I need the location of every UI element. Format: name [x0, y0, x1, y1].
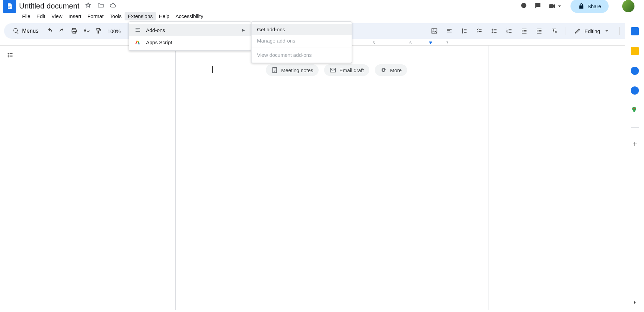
menu-divider	[252, 48, 352, 48]
outline-toggle-icon[interactable]	[7, 52, 14, 310]
chip-label: Meeting notes	[281, 67, 313, 73]
ruler-tick: 6	[409, 41, 412, 45]
svg-rect-37	[10, 53, 12, 54]
text-cursor	[212, 66, 213, 73]
svg-rect-12	[447, 30, 450, 31]
calendar-app-icon[interactable]	[631, 27, 639, 35]
editing-mode-button[interactable]: Editing	[571, 26, 614, 36]
svg-rect-2	[9, 7, 10, 8]
contacts-app-icon[interactable]	[631, 86, 639, 95]
checklist-button[interactable]	[474, 26, 485, 36]
svg-rect-9	[432, 29, 437, 33]
chip-meeting-notes[interactable]: Meeting notes	[266, 64, 319, 76]
move-icon[interactable]	[97, 4, 104, 10]
menu-item-label: Get add-ons	[257, 27, 285, 32]
hide-side-panel-icon[interactable]	[631, 299, 638, 307]
separator	[619, 27, 619, 35]
submenu-view-document-addons: View document add-ons	[252, 49, 352, 61]
svg-rect-45	[135, 30, 138, 30]
svg-rect-17	[494, 29, 496, 30]
ruler-tick: 5	[373, 41, 375, 45]
numbered-list-button[interactable]: 123	[504, 26, 515, 36]
extensions-dropdown: Add-ons ▶ Apps Script	[129, 21, 251, 51]
svg-rect-46	[135, 31, 140, 32]
print-button[interactable]	[69, 26, 80, 36]
svg-rect-28	[524, 32, 526, 32]
separator	[565, 27, 565, 35]
addons-submenu: Get add-ons Manage add-ons View document…	[251, 21, 352, 63]
svg-rect-26	[522, 29, 526, 29]
docs-app-icon[interactable]	[3, 0, 16, 13]
document-page[interactable]: Meeting notes Email draft More	[175, 46, 488, 310]
undo-button[interactable]	[44, 26, 55, 36]
editing-mode-label: Editing	[584, 28, 600, 34]
insert-image-button[interactable]	[429, 26, 440, 36]
tasks-app-icon[interactable]	[631, 67, 639, 75]
svg-rect-29	[522, 33, 526, 34]
svg-point-36	[8, 56, 9, 57]
menu-file[interactable]: File	[19, 12, 33, 20]
clear-formatting-button[interactable]	[549, 26, 560, 36]
menu-accessibility[interactable]: Accessibility	[173, 12, 207, 20]
cloud-status-icon[interactable]	[110, 4, 116, 10]
svg-rect-11	[447, 29, 451, 30]
history-icon[interactable]	[520, 2, 527, 10]
menu-item-addons[interactable]: Add-ons ▶	[129, 24, 251, 36]
get-addons-icon[interactable]	[631, 141, 638, 149]
keep-app-icon[interactable]	[631, 47, 639, 55]
paint-format-button[interactable]	[93, 26, 104, 36]
menu-help[interactable]: Help	[156, 12, 173, 20]
menu-format[interactable]: Format	[84, 12, 107, 20]
svg-rect-18	[494, 31, 496, 31]
zoom-select[interactable]: 100%	[106, 28, 123, 34]
spellcheck-button[interactable]	[81, 26, 92, 36]
redo-button[interactable]	[57, 26, 67, 36]
chip-label: More	[390, 67, 402, 73]
svg-rect-24	[509, 31, 511, 31]
svg-point-43	[633, 108, 634, 109]
svg-rect-0	[9, 6, 11, 6]
maps-app-icon[interactable]	[631, 106, 639, 114]
chip-label: Email draft	[339, 67, 364, 73]
share-button[interactable]: Share	[570, 0, 609, 13]
chip-more[interactable]: More	[375, 64, 407, 76]
svg-rect-31	[538, 30, 541, 31]
meet-icon[interactable]	[549, 3, 563, 10]
account-avatar[interactable]	[622, 0, 634, 12]
svg-rect-30	[537, 29, 541, 29]
document-title[interactable]: Untitled document	[19, 2, 79, 11]
line-spacing-button[interactable]	[459, 26, 470, 36]
right-indent-marker[interactable]	[429, 42, 432, 44]
menu-edit[interactable]: Edit	[33, 12, 48, 20]
svg-rect-23	[509, 29, 511, 30]
menu-tools[interactable]: Tools	[107, 12, 125, 20]
menu-item-label: Manage add-ons	[257, 38, 295, 44]
svg-rect-27	[524, 30, 526, 31]
share-label: Share	[587, 3, 601, 9]
submenu-arrow-icon: ▶	[242, 28, 245, 32]
menus-search-label: Menus	[22, 28, 38, 34]
decrease-indent-button[interactable]	[519, 26, 530, 36]
svg-point-42	[383, 69, 385, 71]
star-icon[interactable]	[85, 4, 92, 10]
svg-point-16	[492, 32, 493, 33]
menu-extensions[interactable]: Extensions	[125, 12, 156, 20]
svg-rect-39	[10, 56, 12, 57]
increase-indent-button[interactable]	[534, 26, 545, 36]
svg-rect-19	[494, 32, 496, 33]
svg-text:3: 3	[506, 32, 508, 34]
submenu-get-addons[interactable]: Get add-ons	[252, 24, 352, 35]
menu-view[interactable]: View	[48, 12, 65, 20]
chip-email-draft[interactable]: Email draft	[324, 64, 369, 76]
menu-insert[interactable]: Insert	[65, 12, 84, 20]
bulleted-list-button[interactable]	[489, 26, 500, 36]
submenu-manage-addons: Manage add-ons	[252, 35, 352, 46]
align-button[interactable]	[444, 26, 455, 36]
svg-rect-4	[549, 4, 553, 8]
comments-icon[interactable]	[534, 2, 541, 10]
svg-rect-32	[538, 32, 541, 32]
menus-search[interactable]: Menus	[8, 26, 43, 36]
svg-rect-13	[447, 32, 451, 33]
svg-rect-25	[509, 32, 511, 33]
menu-item-apps-script[interactable]: Apps Script	[129, 36, 251, 48]
